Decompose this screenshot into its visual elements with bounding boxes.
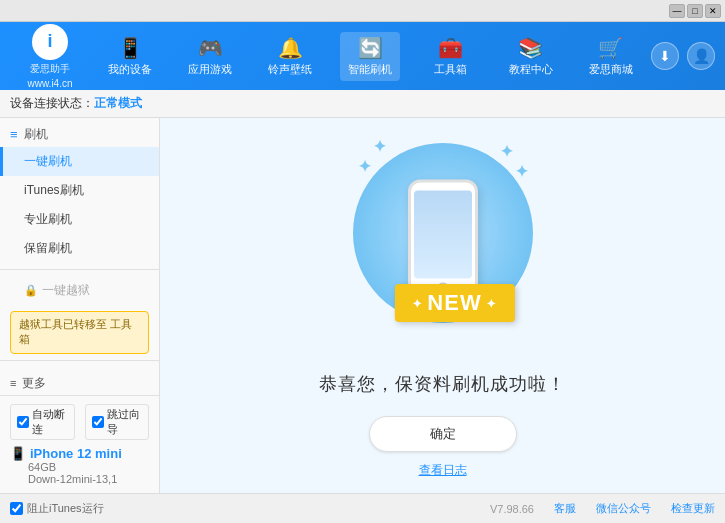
- status-bar: 设备连接状态： 正常模式: [0, 90, 725, 118]
- apps-games-icon: 🎮: [198, 36, 223, 60]
- device-phone-icon: 📱: [10, 446, 26, 461]
- nav-toolbox[interactable]: 🧰 工具箱: [421, 32, 481, 81]
- flash-section-header: ≡ 刷机: [0, 118, 159, 147]
- phone-body: [408, 180, 478, 300]
- sidebar-item-pro-flash[interactable]: 专业刷机: [0, 205, 159, 234]
- content-area: ✦ ✦ ✦ ✦ NEW 恭喜您，保资料刷机成功啦！ 确定 查看日志: [160, 118, 725, 493]
- device-storage: 64GB: [10, 461, 149, 473]
- nav-ringtones[interactable]: 🔔 铃声壁纸: [260, 32, 320, 81]
- sidebar-item-jailbreak-disabled: 🔒 一键越狱: [0, 276, 159, 305]
- sidebar-divider-2: [0, 360, 159, 361]
- log-link[interactable]: 查看日志: [419, 462, 467, 479]
- skip-wizard-input[interactable]: [92, 416, 104, 428]
- header: i 爱思助手 www.i4.cn 📱 我的设备 🎮 应用游戏 🔔 铃声壁纸 🔄 …: [0, 22, 725, 90]
- nav-bar: 📱 我的设备 🎮 应用游戏 🔔 铃声壁纸 🔄 智能刷机 🧰 工具箱 📚 教程中心…: [90, 32, 651, 81]
- sidebar-item-one-click-flash[interactable]: 一键刷机: [0, 147, 159, 176]
- skip-wizard-label: 跳过向导: [107, 407, 143, 437]
- logo-url: www.i4.cn: [27, 78, 72, 89]
- auto-disconnect-input[interactable]: [17, 416, 29, 428]
- nav-smart-flash-label: 智能刷机: [348, 62, 392, 77]
- device-name-text: iPhone 12 mini: [30, 446, 122, 461]
- sparkle-2: ✦: [500, 142, 513, 161]
- user-button[interactable]: 👤: [687, 42, 715, 70]
- ringtones-icon: 🔔: [278, 36, 303, 60]
- success-text: 恭喜您，保资料刷机成功啦！: [319, 372, 566, 396]
- skip-wizard-checkbox[interactable]: 跳过向导: [85, 404, 150, 440]
- auto-disconnect-label: 自动断连: [32, 407, 68, 437]
- download-button[interactable]: ⬇: [651, 42, 679, 70]
- phone-screen: [414, 191, 472, 279]
- nav-apps-games[interactable]: 🎮 应用游戏: [180, 32, 240, 81]
- customer-service-link[interactable]: 客服: [554, 501, 576, 516]
- nav-toolbox-label: 工具箱: [434, 62, 467, 77]
- more-section-header: ≡ 更多: [0, 367, 159, 395]
- new-badge: NEW: [394, 284, 514, 322]
- flash-section-icon: ≡: [10, 127, 18, 142]
- flash-section-label: 刷机: [24, 126, 48, 143]
- status-label: 设备连接状态：: [10, 95, 94, 112]
- sidebar-notice: 越狱工具已转移至 工具箱: [10, 311, 149, 354]
- disabled-label: 一键越狱: [42, 282, 90, 299]
- sidebar-scroll: ≡ 刷机 一键刷机 iTunes刷机 专业刷机 保留刷机 🔒 一键越狱 越狱工具…: [0, 118, 159, 395]
- nav-my-device[interactable]: 📱 我的设备: [100, 32, 160, 81]
- nav-tutorials-label: 教程中心: [509, 62, 553, 77]
- status-value: 正常模式: [94, 95, 142, 112]
- auto-disconnect-checkbox[interactable]: 自动断连: [10, 404, 75, 440]
- sidebar-divider-1: [0, 269, 159, 270]
- device-info: 📱 iPhone 12 mini 64GB Down-12mini-13,1: [10, 446, 149, 485]
- wechat-link[interactable]: 微信公众号: [596, 501, 651, 516]
- block-itunes-label: 阻止iTunes运行: [27, 501, 104, 516]
- nav-smart-flash[interactable]: 🔄 智能刷机: [340, 32, 400, 81]
- main-layout: ≡ 刷机 一键刷机 iTunes刷机 专业刷机 保留刷机 🔒 一键越狱 越狱工具…: [0, 118, 725, 493]
- tutorials-icon: 📚: [518, 36, 543, 60]
- sparkle-4: ✦: [358, 157, 371, 176]
- nav-tutorials[interactable]: 📚 教程中心: [501, 32, 561, 81]
- toolbox-icon: 🧰: [438, 36, 463, 60]
- store-icon: 🛒: [598, 36, 623, 60]
- block-itunes-checkbox[interactable]: [10, 502, 23, 515]
- header-actions: ⬇ 👤: [651, 42, 715, 70]
- confirm-button[interactable]: 确定: [369, 416, 517, 452]
- title-bar: — □ ✕: [0, 0, 725, 22]
- logo-icon: i: [32, 24, 68, 60]
- my-device-icon: 📱: [118, 36, 143, 60]
- nav-store[interactable]: 🛒 爱思商城: [581, 32, 641, 81]
- sidebar: ≡ 刷机 一键刷机 iTunes刷机 专业刷机 保留刷机 🔒 一键越狱 越狱工具…: [0, 118, 160, 493]
- device-name: 📱 iPhone 12 mini: [10, 446, 149, 461]
- lock-icon: 🔒: [24, 284, 38, 297]
- maximize-button[interactable]: □: [687, 4, 703, 18]
- sparkle-3: ✦: [515, 162, 528, 181]
- sidebar-item-itunes-flash[interactable]: iTunes刷机: [0, 176, 159, 205]
- sidebar-item-save-flash[interactable]: 保留刷机: [0, 234, 159, 263]
- close-button[interactable]: ✕: [705, 4, 721, 18]
- device-model: Down-12mini-13,1: [10, 473, 149, 485]
- minimize-button[interactable]: —: [669, 4, 685, 18]
- version-text: V7.98.66: [490, 503, 534, 515]
- nav-store-label: 爱思商城: [589, 62, 633, 77]
- sidebar-bottom: 自动断连 跳过向导 📱 iPhone 12 mini 64GB Down-12m…: [0, 395, 159, 493]
- bottom-bar-left: 阻止iTunes运行: [10, 501, 490, 516]
- nav-my-device-label: 我的设备: [108, 62, 152, 77]
- nav-apps-games-label: 应用游戏: [188, 62, 232, 77]
- sparkle-1: ✦: [373, 137, 386, 156]
- more-section-icon: ≡: [10, 377, 16, 389]
- check-update-link[interactable]: 检查更新: [671, 501, 715, 516]
- more-section-label: 更多: [22, 375, 46, 392]
- logo-area: i 爱思助手 www.i4.cn: [10, 24, 90, 89]
- phone-illustration: ✦ ✦ ✦ ✦ NEW: [343, 132, 543, 352]
- bottom-bar-right: V7.98.66 客服 微信公众号 检查更新: [490, 501, 715, 516]
- logo-name: 爱思助手: [30, 62, 70, 76]
- smart-flash-icon: 🔄: [358, 36, 383, 60]
- bottom-bar: 阻止iTunes运行 V7.98.66 客服 微信公众号 检查更新: [0, 493, 725, 523]
- checkbox-row: 自动断连 跳过向导: [10, 404, 149, 440]
- nav-ringtones-label: 铃声壁纸: [268, 62, 312, 77]
